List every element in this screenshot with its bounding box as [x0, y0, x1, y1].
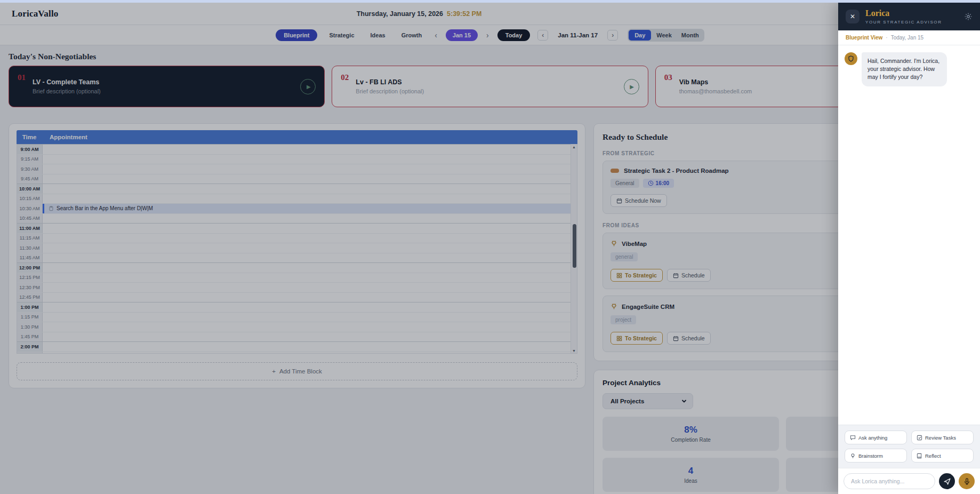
advisor-name: Lorica — [865, 9, 958, 18]
chat-context-bar: Blueprint View · Today, Jan 15 — [838, 30, 980, 45]
context-view-label: Blueprint View — [846, 35, 882, 41]
context-date-label: Today, Jan 15 — [891, 35, 924, 41]
quick-actions: Ask anything Review Tasks Brainstorm Ref… — [838, 425, 980, 468]
gear-icon[interactable] — [964, 12, 973, 21]
reflect-button[interactable]: Reflect — [911, 449, 974, 463]
check-square-icon — [917, 435, 922, 441]
top-accent-strip — [0, 0, 980, 3]
advisor-subtitle: YOUR STRATEGIC ADVISOR — [865, 20, 958, 25]
context-separator: · — [886, 35, 887, 41]
close-icon[interactable]: ✕ — [846, 10, 859, 23]
review-tasks-button[interactable]: Review Tasks — [911, 431, 974, 444]
avatar — [845, 52, 857, 65]
chat-header: ✕ Lorica YOUR STRATEGIC ADVISOR — [838, 3, 980, 30]
dim-overlay — [0, 0, 980, 494]
message-bubble: Hail, Commander. I'm Lorica, your strate… — [862, 52, 947, 86]
lorica-chat-panel: ✕ Lorica YOUR STRATEGIC ADVISOR Blueprin… — [838, 3, 980, 494]
send-button[interactable] — [939, 473, 955, 489]
ask-anything-button[interactable]: Ask anything — [845, 431, 907, 444]
brainstorm-button[interactable]: Brainstorm — [845, 449, 907, 463]
mic-icon[interactable] — [959, 473, 975, 489]
chat-input[interactable] — [844, 473, 935, 489]
advisor-message: Hail, Commander. I'm Lorica, your strate… — [845, 52, 974, 86]
speech-bubble-icon — [850, 435, 856, 441]
chat-input-bar — [838, 468, 980, 494]
chat-messages: Hail, Commander. I'm Lorica, your strate… — [838, 45, 980, 425]
book-icon — [917, 453, 922, 459]
lightbulb-icon — [850, 453, 856, 459]
